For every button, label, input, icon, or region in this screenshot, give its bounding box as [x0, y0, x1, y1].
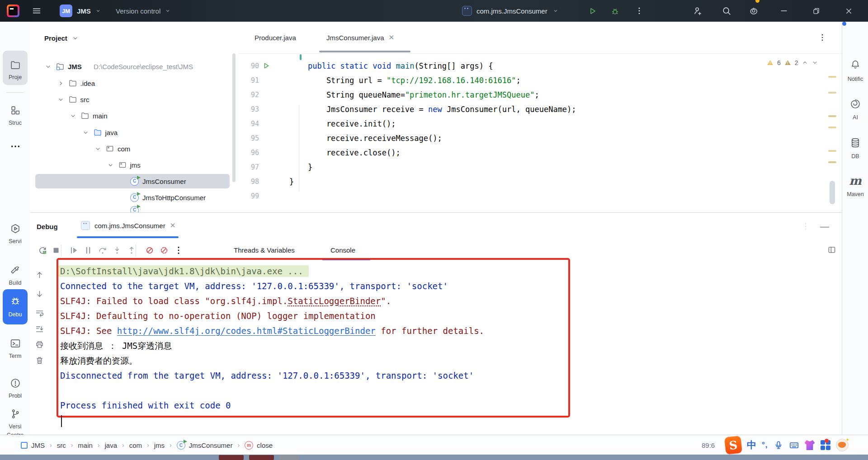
chevron-down-icon[interactable]: [57, 96, 64, 103]
tree-item-src[interactable]: src: [30, 92, 238, 107]
taskbar-item[interactable]: [219, 455, 244, 460]
tab-close-icon[interactable]: ✕: [389, 33, 395, 42]
editor-options-button[interactable]: [818, 22, 827, 53]
project-avatar[interactable]: JM: [60, 5, 72, 17]
project-panel-header[interactable]: Project: [44, 34, 79, 42]
main-menu-button[interactable]: [32, 0, 42, 22]
taskbar-item[interactable]: [279, 455, 299, 460]
debug-options-button[interactable]: [801, 216, 810, 237]
run-line-icon[interactable]: [262, 61, 270, 70]
bell-icon[interactable]: [850, 59, 861, 70]
resume-icon[interactable]: [68, 244, 80, 256]
structure-icon[interactable]: [9, 105, 21, 116]
step-into-icon[interactable]: [111, 244, 123, 256]
breadcrumb-item-java[interactable]: java: [105, 441, 118, 449]
terminal-icon[interactable]: [9, 338, 21, 349]
punctuation-icon[interactable]: °,: [762, 441, 768, 450]
breadcrumb-item-close[interactable]: mclose: [245, 441, 273, 450]
scroll-end-icon[interactable]: [34, 324, 45, 334]
stop-icon[interactable]: [50, 244, 62, 256]
minimize-button[interactable]: [779, 0, 788, 22]
emoji-icon[interactable]: [836, 439, 849, 451]
problems-icon[interactable]: [9, 378, 21, 389]
chinese-mode-icon[interactable]: 中: [747, 439, 756, 451]
kebab-icon[interactable]: [173, 244, 184, 256]
inspections-widget[interactable]: 6 2: [766, 59, 818, 66]
code-line[interactable]: JmsConsumer receive = new JmsConsumer(ur…: [289, 102, 576, 117]
branch-icon[interactable]: [9, 408, 21, 420]
microphone-icon[interactable]: [774, 440, 783, 450]
next-problem-icon[interactable]: [811, 59, 818, 66]
breadcrumb-item-com[interactable]: com: [129, 441, 142, 449]
print-icon[interactable]: [34, 339, 45, 350]
tree-item-JMS[interactable]: JMSD:\CodeSource\eclipse_test\JMS: [30, 59, 238, 74]
tab-producer-java[interactable]: Producer.java: [255, 22, 296, 53]
code-line[interactable]: }: [289, 174, 294, 189]
error-stripe-mark[interactable]: [828, 127, 836, 128]
restore-button[interactable]: [812, 0, 821, 22]
tab-threads-variables[interactable]: Threads & Variables: [234, 240, 295, 260]
chevron-down-icon[interactable]: [94, 146, 101, 152]
chevron-down-icon[interactable]: [82, 129, 89, 136]
skin-icon[interactable]: [805, 440, 815, 450]
debug-session-tab[interactable]: com.jms.JmsConsumer ✕: [81, 213, 175, 238]
breadcrumb-item-JMS[interactable]: JMS: [21, 441, 45, 449]
code-line[interactable]: String url = "tcp://192.168.16.140:61616…: [289, 73, 521, 88]
editor-scrollbar[interactable]: [830, 181, 835, 204]
more-icon[interactable]: [9, 141, 21, 152]
down-icon[interactable]: [34, 288, 45, 299]
error-stripe-mark[interactable]: [828, 161, 836, 163]
soft-wrap-icon[interactable]: [34, 307, 45, 318]
db-icon[interactable]: [850, 137, 861, 149]
console-link[interactable]: http://www.slf4j.org/codes.html#StaticLo…: [117, 326, 376, 336]
layout-settings-button[interactable]: [827, 239, 836, 261]
view-breakpoints-icon[interactable]: [144, 244, 156, 256]
mute-breakpoints-icon[interactable]: [158, 244, 170, 256]
project-tree-scrollbar[interactable]: [232, 53, 236, 182]
run-configuration-selector[interactable]: com.jms.JmsConsumer: [462, 0, 559, 22]
prev-problem-icon[interactable]: [802, 59, 808, 66]
ai-icon[interactable]: [850, 99, 861, 110]
search-everywhere-button[interactable]: [722, 0, 731, 22]
up-icon[interactable]: [34, 269, 45, 280]
services-icon[interactable]: [9, 223, 21, 235]
breadcrumb-item-JmsConsumer[interactable]: CJmsConsumer: [177, 441, 233, 450]
tab-console[interactable]: Console: [330, 240, 355, 260]
chevron-right-icon[interactable]: [57, 80, 64, 87]
chevron-down-icon[interactable]: [70, 113, 76, 119]
vcs-widget[interactable]: Version control: [116, 0, 171, 22]
sogou-input-icon[interactable]: S: [724, 436, 742, 455]
code-line[interactable]: String queueName="primeton.hr.targetJMSQ…: [289, 88, 539, 102]
keyboard-icon[interactable]: [789, 440, 799, 451]
tree-item-jms[interactable]: jms: [30, 158, 238, 172]
sidebar-item-debug[interactable]: [3, 289, 28, 324]
tree-item-.idea[interactable]: .idea: [30, 76, 238, 90]
tree-item-JmsConsumer[interactable]: CJmsConsumer: [30, 174, 238, 188]
maven-icon[interactable]: m: [849, 175, 862, 187]
code-line[interactable]: receive.receiveMessage();: [289, 131, 442, 146]
breadcrumb-item-src[interactable]: src: [57, 441, 66, 449]
code-line[interactable]: }: [289, 160, 312, 174]
debug-button[interactable]: [610, 0, 620, 22]
tree-item-java[interactable]: java: [30, 125, 238, 140]
tab-jmsconsumer-java[interactable]: JmsConsumer.java ✕: [326, 22, 394, 53]
more-actions-button[interactable]: [635, 0, 644, 22]
intellij-logo-icon[interactable]: [7, 5, 19, 17]
error-stripe-mark[interactable]: [828, 115, 836, 117]
close-button[interactable]: [844, 0, 853, 22]
error-stripe-mark[interactable]: [828, 92, 836, 94]
build-icon[interactable]: [9, 265, 21, 276]
project-selector[interactable]: JMS: [77, 0, 102, 22]
caret-position[interactable]: 89:6: [702, 435, 715, 455]
tree-item-com[interactable]: com: [30, 141, 238, 156]
hide-panel-button[interactable]: —: [820, 216, 829, 237]
tree-item-partial[interactable]: C: [30, 203, 238, 212]
run-button[interactable]: [588, 0, 597, 22]
taskbar-item[interactable]: [249, 455, 274, 460]
breadcrumb-item-main[interactable]: main: [78, 441, 93, 449]
settings-button[interactable]: [749, 0, 759, 22]
clear-icon[interactable]: [34, 355, 45, 366]
session-tab-close-icon[interactable]: ✕: [170, 221, 176, 230]
breadcrumb-item-jms[interactable]: jms: [154, 441, 165, 449]
code-line[interactable]: public static void main(String[] args) {: [289, 59, 493, 73]
